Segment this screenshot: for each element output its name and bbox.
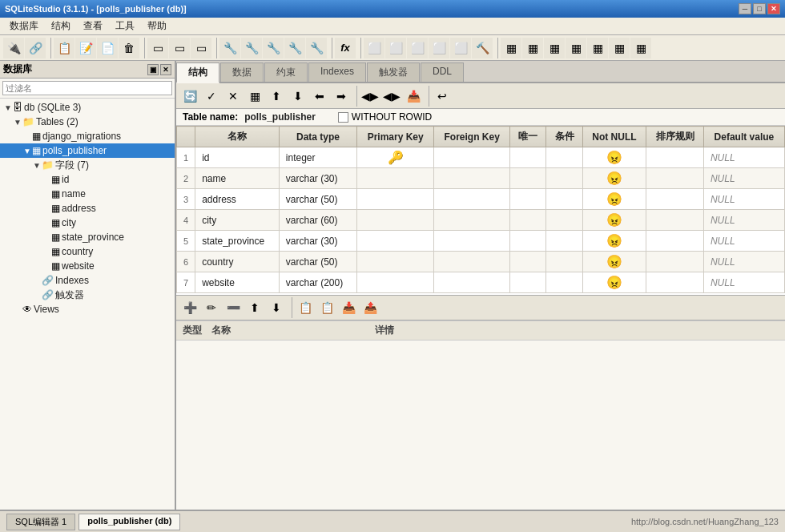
close-button[interactable]: ✕ [767,3,780,14]
tt-refresh[interactable]: 🔄 [179,86,200,107]
bt-paste[interactable]: 📋 [316,297,337,318]
col-header-foreign-key[interactable]: Foreign Key [434,127,510,147]
bt-copy[interactable]: 📋 [295,297,316,318]
toolbar-btn-3[interactable]: 📋 [54,38,74,58]
menu-view[interactable]: 查看 [77,18,109,34]
toolbar-btn-6[interactable]: 🗑 [119,38,139,58]
tree-item-field-address[interactable]: ▦ address [0,201,175,216]
tree-item-indexes[interactable]: 🔗 Indexes [0,273,175,288]
toolbar-btn-17[interactable]: ⬜ [407,38,428,58]
menu-structure[interactable]: 结构 [45,18,77,34]
tt-left[interactable]: ⬅ [309,86,330,107]
tree-item-polls-publisher[interactable]: ▼ ▦ polls_publisher [0,143,175,158]
sidebar-detach-btn[interactable]: ▣ [147,64,159,75]
toolbar-btn-11[interactable]: 🔧 [241,38,262,58]
bt-move-down[interactable]: ⬇ [266,297,287,318]
toolbar-btn-2[interactable]: 🔗 [25,38,46,58]
bt-delete[interactable]: ➖ [223,297,244,318]
toolbar-btn-16[interactable]: ⬜ [385,38,406,58]
tree-toggle-tables[interactable]: ▼ [13,118,22,127]
toolbar-btn-20[interactable]: 🔨 [472,38,493,58]
toolbar-btn-10[interactable]: 🔧 [219,38,240,58]
tree-item-django-migrations[interactable]: ▦ django_migrations [0,129,175,143]
tab-constraints[interactable]: 约束 [264,62,308,82]
status-tab-db[interactable]: polls_publisher (db) [78,514,180,530]
tab-indexes[interactable]: Indexes [308,62,366,82]
tree-toggle-fields[interactable]: ▼ [32,161,42,170]
toolbar-btn-1[interactable]: 🔌 [3,38,24,58]
toolbar-btn-26[interactable]: ▦ [609,38,630,58]
tt-up[interactable]: ⬆ [266,86,287,107]
col-header-not-null[interactable]: Not NULL [582,127,646,147]
tree-item-field-name[interactable]: ▦ name [0,187,175,201]
tree-item-fields[interactable]: ▼ 📁 字段 (7) [0,158,175,172]
tree-toggle-db[interactable]: ▼ [3,103,13,112]
toolbar-btn-27[interactable]: ▦ [630,38,651,58]
tree-toggle-publisher[interactable]: ▼ [22,147,32,155]
menu-database[interactable]: 数据库 [3,18,45,34]
toolbar-btn-22[interactable]: ▦ [522,38,543,58]
tt-down[interactable]: ⬇ [288,86,308,107]
toolbar-btn-7[interactable]: ▭ [147,38,168,58]
tree-item-db[interactable]: ▼ 🗄 db (SQLite 3) [0,100,175,115]
toolbar-btn-9[interactable]: ▭ [191,38,211,58]
bt-import[interactable]: 📥 [338,297,359,318]
table-row[interactable]: 6countryvarchar (50)😠NULL [177,252,785,272]
bt-add[interactable]: ➕ [179,297,200,318]
status-tab-sql[interactable]: SQL编辑器 1 [6,514,75,530]
minimize-button[interactable]: ─ [739,3,751,14]
toolbar-btn-19[interactable]: ⬜ [450,38,471,58]
tab-data[interactable]: 数据 [220,62,264,82]
toolbar-btn-24[interactable]: ▦ [566,38,586,58]
toolbar-btn-12[interactable]: 🔧 [263,38,284,58]
table-row[interactable]: 2namevarchar (30)😠NULL [177,168,785,189]
without-rowid-checkbox[interactable] [338,112,348,123]
tt-back[interactable]: ↩ [432,86,453,107]
col-header-primary-key[interactable]: Primary Key [357,127,434,147]
tree-item-field-id[interactable]: ▦ id [0,172,175,187]
toolbar-btn-14[interactable]: 🔧 [306,38,327,58]
toolbar-btn-25[interactable]: ▦ [587,38,608,58]
col-header-condition[interactable]: 条件 [546,127,582,147]
toolbar-btn-23[interactable]: ▦ [544,38,565,58]
toolbar-btn-5[interactable]: 📄 [97,38,118,58]
toolbar-btn-4[interactable]: 📝 [75,38,96,58]
toolbar-btn-21[interactable]: ▦ [501,38,521,58]
tree-item-triggers[interactable]: 🔗 触发器 [0,288,175,302]
tt-cancel[interactable]: ✕ [223,86,244,107]
filter-input[interactable] [2,81,172,95]
tt-check[interactable]: ✓ [201,86,222,107]
tree-item-views[interactable]: 👁 Views [0,302,175,316]
bt-edit[interactable]: ✏ [201,297,222,318]
toolbar-btn-8[interactable]: ▭ [169,38,190,58]
tt-merge-right[interactable]: ◀▶ [381,86,402,107]
tree-item-field-country[interactable]: ▦ country [0,244,175,259]
col-header-default[interactable]: Default value [703,127,784,147]
tt-right[interactable]: ➡ [331,86,352,107]
tab-structure[interactable]: 结构 [176,62,219,83]
menu-tools[interactable]: 工具 [109,18,141,34]
col-header-datatype[interactable]: Data type [279,127,356,147]
sidebar-close-btn[interactable]: ✕ [160,64,171,75]
table-row[interactable]: 1idinteger🔑😠NULL [177,147,785,168]
bt-export[interactable]: 📤 [360,297,380,318]
tree-item-field-website[interactable]: ▦ website [0,259,175,273]
table-row[interactable]: 4cityvarchar (60)😠NULL [177,210,785,231]
tree-item-field-city[interactable]: ▦ city [0,216,175,230]
table-row[interactable]: 3addressvarchar (50)😠NULL [177,189,785,210]
maximize-button[interactable]: □ [753,3,766,14]
col-header-unique[interactable]: 唯一 [510,127,546,147]
bt-move-up[interactable]: ⬆ [244,297,265,318]
tab-triggers[interactable]: 触发器 [367,62,420,82]
tt-merge-left[interactable]: ◀▶ [360,86,380,107]
table-row[interactable]: 5state_provincevarchar (30)😠NULL [177,231,785,252]
col-header-collation[interactable]: 排序规则 [646,127,704,147]
tt-col[interactable]: ▦ [244,86,265,107]
toolbar-btn-15[interactable]: ⬜ [364,38,384,58]
toolbar-btn-13[interactable]: 🔧 [284,38,305,58]
toolbar-fx[interactable]: fx [335,38,356,58]
tt-import[interactable]: 📥 [403,86,424,107]
tab-ddl[interactable]: DDL [421,62,464,82]
toolbar-btn-18[interactable]: ⬜ [429,38,449,58]
tree-item-tables[interactable]: ▼ 📁 Tables (2) [0,115,175,129]
